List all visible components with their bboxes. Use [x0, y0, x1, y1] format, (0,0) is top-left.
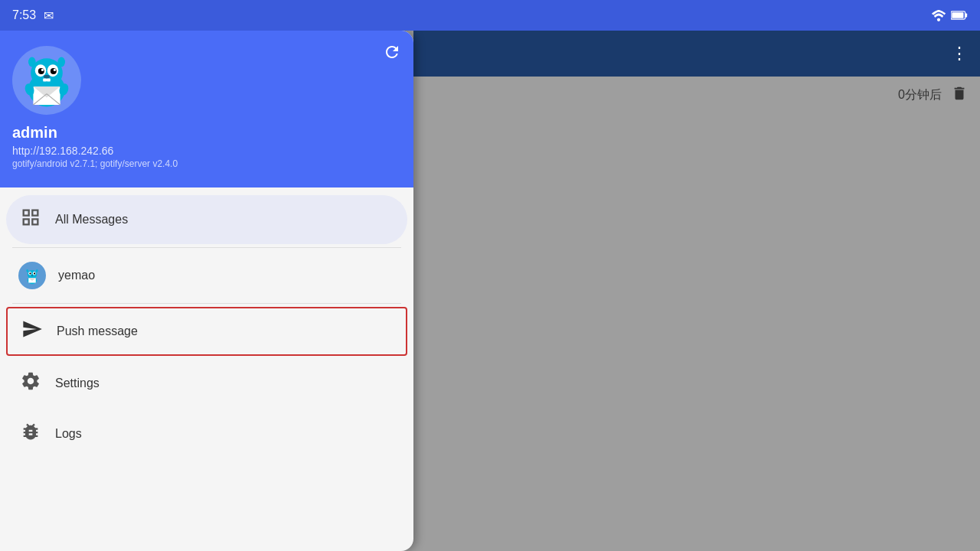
content-area: ⋮ 0分钟后	[413, 31, 980, 551]
logs-icon	[18, 421, 43, 447]
content-toolbar: ⋮	[413, 31, 980, 77]
nav-divider-1	[12, 247, 401, 248]
yemao-label: yemao	[58, 269, 95, 282]
svg-point-9	[51, 68, 57, 74]
nav-item-yemao[interactable]: yemao	[6, 251, 407, 300]
time-label: 0分钟后	[898, 87, 942, 103]
drawer-version: gotify/android v2.7.1; gotify/server v2.…	[12, 158, 401, 169]
push-message-label: Push message	[57, 324, 138, 338]
drawer-url: http://192.168.242.66	[12, 145, 401, 157]
refresh-button[interactable]	[383, 43, 401, 66]
more-options-icon[interactable]: ⋮	[951, 44, 968, 64]
settings-label: Settings	[55, 377, 100, 390]
push-message-icon	[20, 318, 44, 344]
svg-rect-14	[47, 79, 51, 82]
status-bar-right	[931, 9, 968, 21]
status-time: 7:53	[12, 8, 36, 22]
content-subheader: 0分钟后	[413, 77, 980, 113]
all-messages-icon	[18, 207, 43, 233]
svg-point-28	[31, 275, 33, 276]
nav-divider-2	[12, 303, 401, 304]
nav-item-logs[interactable]: Logs	[6, 409, 407, 458]
svg-rect-2	[965, 13, 968, 17]
main-layout: admin http://192.168.242.66 gotify/andro…	[0, 31, 980, 551]
svg-point-8	[38, 68, 44, 74]
avatar	[12, 46, 81, 115]
svg-point-27	[34, 272, 35, 274]
svg-rect-13	[43, 79, 47, 82]
yemao-avatar	[18, 262, 46, 289]
status-bar: 7:53 ✉	[0, 0, 980, 31]
drawer: admin http://192.168.242.66 gotify/andro…	[0, 31, 413, 551]
svg-point-26	[29, 272, 31, 274]
nav-item-all-messages[interactable]: All Messages	[6, 195, 407, 244]
nav-item-push-message[interactable]: Push message	[6, 307, 407, 356]
svg-point-10	[41, 69, 44, 71]
battery-icon	[951, 10, 968, 21]
settings-icon	[18, 370, 43, 396]
all-messages-label: All Messages	[55, 213, 128, 227]
svg-point-11	[54, 69, 56, 71]
content-main	[413, 113, 980, 551]
delete-icon[interactable]	[951, 85, 968, 106]
drawer-nav: All Messages	[0, 187, 413, 551]
svg-point-12	[44, 75, 50, 79]
svg-point-16	[57, 57, 65, 67]
drawer-username: admin	[12, 124, 401, 142]
svg-rect-3	[952, 12, 963, 18]
email-icon: ✉	[44, 8, 54, 23]
nav-item-settings[interactable]: Settings	[6, 359, 407, 408]
wifi-icon	[931, 9, 946, 21]
svg-point-0	[937, 18, 940, 21]
svg-point-15	[28, 57, 36, 67]
logs-label: Logs	[55, 427, 82, 441]
status-bar-left: 7:53 ✉	[12, 8, 54, 23]
drawer-header: admin http://192.168.242.66 gotify/andro…	[0, 31, 413, 187]
